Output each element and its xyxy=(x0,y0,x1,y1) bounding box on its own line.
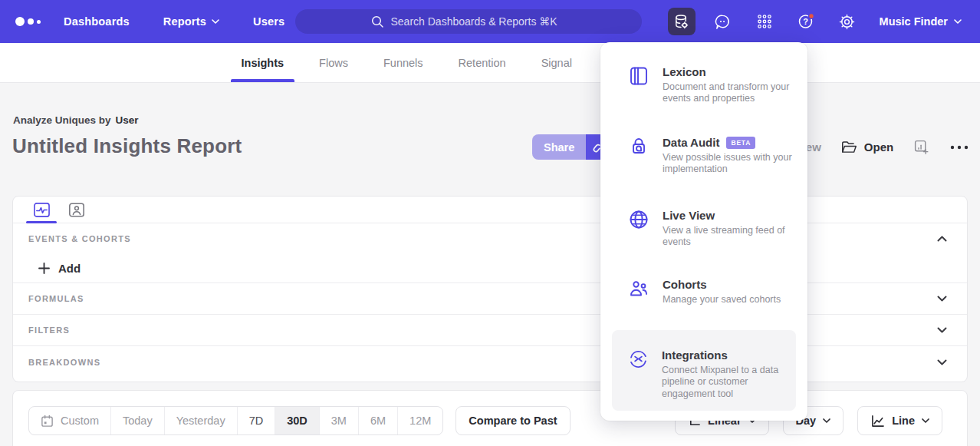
analyze-by-row: Analyze Uniques byUser xyxy=(13,114,139,126)
range-12m[interactable]: 12M xyxy=(397,407,442,434)
app-root: Dashboards Reports Users xyxy=(0,0,980,446)
settings-icon[interactable] xyxy=(834,8,861,35)
integrations-title: Integrations xyxy=(662,349,728,362)
date-range-segmented-control: Custom Today Yesterday 7D 30D 3M 6M 12M xyxy=(28,406,443,435)
tab-funnels[interactable]: Funnels xyxy=(382,43,425,82)
nav-reports[interactable]: Reports xyxy=(163,15,219,28)
range-custom[interactable]: Custom xyxy=(29,407,110,434)
cohorts-icon xyxy=(628,278,649,299)
range-custom-label: Custom xyxy=(61,415,99,427)
mixpanel-logo[interactable] xyxy=(15,17,41,26)
popover-item-integrations[interactable]: Integrations Connect Mixpanel to a data … xyxy=(612,330,796,411)
integrations-icon xyxy=(628,349,649,370)
search-input[interactable] xyxy=(391,15,567,28)
top-navigation-bar: Dashboards Reports Users xyxy=(0,0,980,43)
popover-item-live-view[interactable]: Live View View a live streaming feed of … xyxy=(600,209,807,249)
lexicon-icon xyxy=(628,65,649,87)
compare-to-past-button[interactable]: Compare to Past xyxy=(455,406,570,435)
nav-users[interactable]: Users xyxy=(253,15,284,28)
live-view-title: Live View xyxy=(663,209,715,222)
range-yesterday[interactable]: Yesterday xyxy=(164,407,237,434)
tab-signal[interactable]: Signal xyxy=(540,43,574,82)
apps-grid-icon[interactable] xyxy=(751,8,778,35)
search-icon xyxy=(370,15,384,28)
data-management-icon[interactable] xyxy=(668,8,696,35)
profile-icon xyxy=(68,202,85,218)
calendar-icon xyxy=(41,415,54,428)
feedback-icon[interactable] xyxy=(709,8,737,35)
range-3m[interactable]: 3M xyxy=(319,407,358,434)
add-to-dashboard-icon[interactable] xyxy=(913,139,929,155)
open-report-button[interactable]: Open xyxy=(841,140,893,154)
cohorts-title: Cohorts xyxy=(663,278,707,291)
query-builder-card: EVENTS & COHORTS Add FORMULAS FILTERS BR… xyxy=(12,196,968,382)
date-controls-row: Custom Today Yesterday 7D 30D 3M 6M 12M … xyxy=(13,391,967,435)
nav-users-label: Users xyxy=(253,15,284,28)
tab-flows[interactable]: Flows xyxy=(317,43,350,82)
chevron-down-icon xyxy=(954,19,962,24)
chevron-down-icon xyxy=(823,418,830,423)
report-tabs: Insights Flows Funnels Retention Signal … xyxy=(240,43,643,82)
query-mode-tabs xyxy=(13,197,967,223)
formulas-label: FORMULAS xyxy=(28,294,84,303)
workspace-name: Music Finder xyxy=(880,15,948,28)
nav-reports-label: Reports xyxy=(163,15,206,28)
popover-item-data-audit[interactable]: Data Audit BETA View possible issues wit… xyxy=(600,136,807,176)
range-7d[interactable]: 7D xyxy=(237,407,275,434)
help-icon[interactable]: ? xyxy=(792,8,820,35)
data-audit-icon xyxy=(628,136,649,157)
popover-item-lexicon[interactable]: Lexicon Document and transform your even… xyxy=(600,65,807,105)
lexicon-description: Document and transform your events and p… xyxy=(663,81,802,105)
data-management-popover: Lexicon Document and transform your even… xyxy=(600,42,807,421)
cohorts-description: Manage your saved cohorts xyxy=(663,294,802,306)
report-tabbar: Insights Flows Funnels Retention Signal … xyxy=(0,43,980,83)
chevron-down-icon xyxy=(937,359,947,365)
workspace-switcher[interactable]: Music Finder xyxy=(880,15,962,28)
topnav-right: ? Music Finder xyxy=(668,0,980,43)
events-cohorts-label: EVENTS & COHORTS xyxy=(28,234,131,243)
filters-section-header[interactable]: FILTERS xyxy=(13,315,967,346)
popover-item-cohorts[interactable]: Cohorts Manage your saved cohorts xyxy=(600,278,807,306)
formulas-section-header[interactable]: FORMULAS xyxy=(13,283,967,315)
breakdowns-label: BREAKDOWNS xyxy=(28,358,100,367)
chevron-down-icon xyxy=(937,296,947,302)
lexicon-title: Lexicon xyxy=(663,65,706,78)
range-today[interactable]: Today xyxy=(110,407,164,434)
primary-nav: Dashboards Reports Users xyxy=(64,15,284,28)
global-search[interactable] xyxy=(295,9,642,34)
beta-badge: BETA xyxy=(726,137,755,149)
breakdowns-section-header[interactable]: BREAKDOWNS xyxy=(13,346,967,378)
live-view-icon xyxy=(628,209,649,230)
live-view-description: View a live streaming feed of events xyxy=(663,225,802,249)
range-6m[interactable]: 6M xyxy=(358,407,397,434)
svg-text:?: ? xyxy=(803,17,808,26)
more-options-button[interactable] xyxy=(949,144,969,150)
tab-insights[interactable]: Insights xyxy=(240,43,286,82)
plus-icon xyxy=(38,263,50,274)
report-title[interactable]: Untitled Insights Report xyxy=(12,134,242,158)
analyze-by-value[interactable]: User xyxy=(116,114,139,126)
nav-dashboards-label: Dashboards xyxy=(64,15,130,28)
pulse-chart-icon xyxy=(33,202,51,218)
share-button[interactable]: Share xyxy=(532,134,586,160)
chart-type-dropdown[interactable]: Line xyxy=(857,406,942,435)
chevron-down-icon xyxy=(937,327,947,333)
events-cohorts-section-header[interactable]: EVENTS & COHORTS xyxy=(13,223,967,254)
analyze-by-label: Analyze Uniques by xyxy=(13,114,111,126)
folder-icon xyxy=(841,140,857,154)
nav-dashboards[interactable]: Dashboards xyxy=(64,15,130,28)
events-mode-tab[interactable] xyxy=(24,197,59,223)
data-audit-description: View possible issues with your implement… xyxy=(663,152,802,176)
data-audit-title: Data Audit xyxy=(663,136,719,149)
add-event-button[interactable]: Add xyxy=(13,254,967,283)
profiles-mode-tab[interactable] xyxy=(59,197,94,223)
header-actions: New Open xyxy=(797,134,968,160)
range-30d[interactable]: 30D xyxy=(275,407,319,434)
integrations-row: Integrations Connect Mixpanel to a data … xyxy=(612,349,796,400)
add-label: Add xyxy=(58,262,81,275)
open-label: Open xyxy=(864,140,893,154)
filters-label: FILTERS xyxy=(28,325,70,335)
tab-retention[interactable]: Retention xyxy=(457,43,508,82)
date-controls-card: Custom Today Yesterday 7D 30D 3M 6M 12M … xyxy=(12,390,968,446)
integrations-description: Connect Mixpanel to a data pipeline or c… xyxy=(662,365,796,400)
